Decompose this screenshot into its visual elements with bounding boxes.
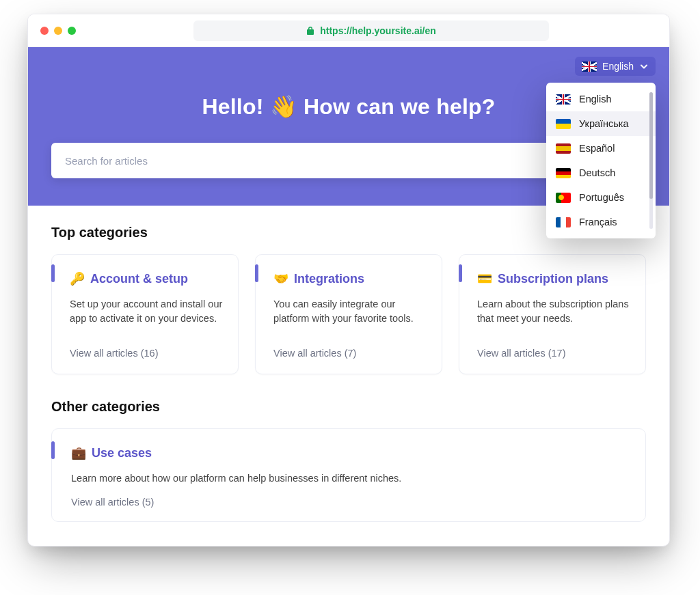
category-card-use-cases[interactable]: 💼 Use cases Learn more about how our pla… <box>51 428 646 522</box>
language-option-label: Deutsch <box>579 167 615 178</box>
category-card-title: Integrations <box>294 272 364 286</box>
category-card-desc: Learn about the subscription plans that … <box>477 297 630 330</box>
category-card-title: Account & setup <box>90 272 188 286</box>
flag-uk-icon <box>582 61 597 72</box>
category-card-title: Subscription plans <box>498 272 608 286</box>
address-bar-url: https://help.yoursite.ai/en <box>320 25 436 36</box>
flag-pt-icon <box>556 193 571 203</box>
language-option-label: Français <box>579 217 617 227</box>
category-card-desc: Set up your account and install our app … <box>70 297 223 330</box>
view-all-link[interactable]: View all articles (16) <box>70 348 223 359</box>
language-option-label: Українська <box>579 118 629 129</box>
category-card-title: Use cases <box>92 446 152 460</box>
maximize-window-icon[interactable] <box>68 27 76 35</box>
language-option-label: English <box>579 94 612 105</box>
lock-icon <box>306 26 314 36</box>
flag-de-icon <box>556 168 571 178</box>
scrollbar-thumb[interactable] <box>649 92 653 199</box>
briefcase-icon: 💼 <box>71 445 86 460</box>
hero-section: English English Українська Español <box>28 47 669 206</box>
flag-ua-icon <box>556 119 571 129</box>
top-categories-grid: 🔑 Account & setup Set up your account an… <box>51 254 646 374</box>
dropdown-scrollbar[interactable] <box>649 92 653 229</box>
category-card-desc: You can easily integrate our platform wi… <box>273 297 427 330</box>
language-dropdown: English Українська Español Deutsch Portu… <box>546 83 656 238</box>
chevron-down-icon <box>639 61 649 71</box>
view-all-link[interactable]: View all articles (17) <box>477 348 630 359</box>
minimize-window-icon[interactable] <box>54 27 62 35</box>
address-bar[interactable]: https://help.yoursite.ai/en <box>193 20 549 41</box>
browser-window: https://help.yoursite.ai/en English Engl… <box>27 14 670 546</box>
handshake-icon: 🤝 <box>273 271 288 286</box>
language-option-spanish[interactable]: Español <box>546 136 656 161</box>
close-window-icon[interactable] <box>40 27 49 35</box>
key-icon: 🔑 <box>70 271 85 286</box>
other-categories-list: 💼 Use cases Learn more about how our pla… <box>51 428 646 522</box>
view-all-link[interactable]: View all articles (7) <box>273 348 427 359</box>
credit-card-icon: 💳 <box>477 271 492 286</box>
category-card-desc: Learn more about how our platform can he… <box>71 471 628 486</box>
language-option-label: Español <box>579 143 615 154</box>
window-controls <box>40 27 76 35</box>
flag-fr-icon <box>556 217 571 227</box>
category-card-integrations[interactable]: 🤝 Integrations You can easily integrate … <box>255 254 442 374</box>
flag-uk-icon <box>556 94 571 105</box>
language-option-ukrainian[interactable]: Українська <box>546 111 656 136</box>
language-option-english[interactable]: English <box>546 87 656 111</box>
page-content: Top categories 🔑 Account & setup Set up … <box>28 206 669 522</box>
language-option-label: Português <box>579 192 624 203</box>
language-option-german[interactable]: Deutsch <box>546 161 656 185</box>
language-option-portuguese[interactable]: Português <box>546 185 656 210</box>
flag-es-icon <box>556 143 571 154</box>
language-option-french[interactable]: Français <box>546 210 656 234</box>
category-card-account-setup[interactable]: 🔑 Account & setup Set up your account an… <box>51 254 239 374</box>
other-categories-heading: Other categories <box>51 399 646 415</box>
language-selector-button[interactable]: English <box>575 57 656 76</box>
view-all-link[interactable]: View all articles (5) <box>71 497 628 508</box>
category-card-subscription-plans[interactable]: 💳 Subscription plans Learn about the sub… <box>459 254 646 374</box>
browser-chrome: https://help.yoursite.ai/en <box>28 14 669 47</box>
language-selector-label: English <box>602 61 634 72</box>
